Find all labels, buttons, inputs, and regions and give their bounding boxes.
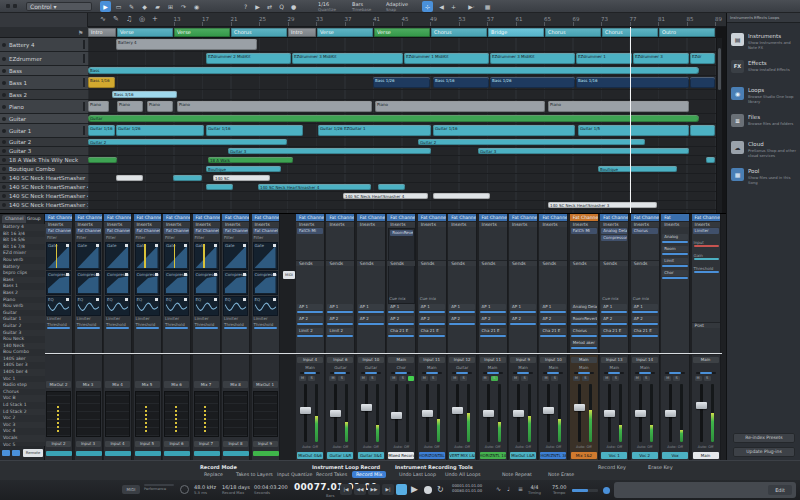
send-level-slider[interactable] bbox=[662, 241, 688, 243]
fat-channel-strip-5[interactable]: Fat ChannelInsertsFat ChannelFilterGateC… bbox=[193, 214, 221, 353]
fat-channel-strip-0[interactable]: Fat ChannelInsertsFat ChannelFilterGateC… bbox=[45, 214, 73, 353]
tool-3-icon[interactable]: ◆ bbox=[139, 1, 150, 12]
channel-list-item[interactable]: Ld Stack 1 bbox=[0, 402, 45, 409]
inserts-label[interactable]: Inserts bbox=[570, 221, 598, 227]
channel-list-item[interactable]: EZd mixer bbox=[0, 250, 45, 257]
channel-mini-slider[interactable]: Input bbox=[694, 240, 719, 251]
mute-button[interactable]: M bbox=[482, 376, 489, 381]
send-slot[interactable]: Cha 21 E bbox=[632, 328, 658, 339]
event-clip[interactable]: EZdr bbox=[690, 53, 715, 64]
fat-channel-header[interactable]: Fat Channel bbox=[222, 214, 249, 221]
mute-button[interactable]: M bbox=[390, 376, 397, 381]
event-clip[interactable]: Bass 1/16 bbox=[88, 77, 115, 88]
module-toggle-icon[interactable] bbox=[243, 244, 246, 247]
send-level-slider[interactable] bbox=[358, 311, 384, 313]
stop-button[interactable] bbox=[396, 484, 407, 495]
track-state-icon[interactable] bbox=[2, 93, 6, 97]
window-dot-icon[interactable] bbox=[13, 4, 17, 8]
channel-list-item[interactable]: Chorus bbox=[0, 389, 45, 396]
event-clip[interactable] bbox=[116, 175, 143, 181]
channel-list-item[interactable]: Bou Combo bbox=[0, 349, 45, 356]
fat-channel-header[interactable]: Fat Channel bbox=[448, 214, 476, 221]
module-toggle-icon[interactable] bbox=[184, 244, 187, 247]
channel-name-tag[interactable]: Vox bbox=[662, 452, 688, 459]
gate-graph[interactable]: Gate bbox=[135, 242, 160, 270]
mute-button[interactable]: M bbox=[299, 376, 306, 381]
send-slot[interactable]: AP 1 bbox=[601, 304, 627, 315]
fat-channel-strip-bottom-5[interactable]: Mix 7Input 7 bbox=[193, 355, 221, 461]
pan-slider[interactable] bbox=[696, 372, 716, 374]
module-toggle-icon[interactable] bbox=[66, 298, 69, 301]
fader-handle[interactable] bbox=[391, 412, 402, 419]
sends-label[interactable]: Sends bbox=[570, 260, 598, 266]
transport-slider[interactable] bbox=[572, 489, 598, 492]
send-level-slider[interactable] bbox=[571, 311, 597, 313]
channel-name-tag[interactable]: HORIZNTL 3&4 bbox=[540, 452, 566, 459]
channel-name-tag[interactable]: Voc 2 bbox=[632, 452, 658, 459]
channel-list-item[interactable]: Bit 16 5/6 bbox=[0, 237, 45, 244]
option-takes-to-layers[interactable]: Takes to Layers bbox=[236, 472, 273, 477]
sends-label[interactable]: Sends bbox=[387, 260, 415, 266]
send-level-slider[interactable] bbox=[449, 323, 475, 325]
gate-graph[interactable]: Gate bbox=[223, 242, 248, 270]
channel-name-tag[interactable]: Guitar 3&4 bbox=[358, 452, 384, 459]
send-slot[interactable]: AP 2 bbox=[419, 316, 445, 327]
option-undo-all-loops[interactable]: Undo All Loops bbox=[445, 472, 481, 477]
threshold-slider[interactable] bbox=[77, 327, 100, 329]
event-clip[interactable]: Guitar 1/5 bbox=[578, 125, 689, 136]
inserts-label[interactable]: Inserts bbox=[193, 221, 220, 227]
send-level-slider[interactable] bbox=[662, 253, 688, 255]
channel-strip-bottom-3[interactable]: MainChorMSAuto: OffMixed Record bbox=[387, 355, 416, 461]
channel-name-tag[interactable]: Main bbox=[693, 452, 719, 459]
send-level-slider[interactable] bbox=[419, 335, 445, 337]
track-lane-5[interactable]: PianoPianoPianoPianoPianoPiano bbox=[88, 100, 716, 114]
control-dropdown[interactable]: Control ▾ bbox=[26, 2, 92, 11]
tool-7-icon[interactable]: ◉ bbox=[191, 1, 202, 12]
mute-button[interactable]: M bbox=[360, 376, 367, 381]
mute-button[interactable]: M bbox=[634, 376, 641, 381]
fat-channel-header[interactable]: Fat Channel bbox=[252, 214, 279, 221]
channel-strip-bottom-9[interactable]: MainMainMSAuto: OffMix 1&2 bbox=[570, 355, 599, 461]
track-state-icon[interactable] bbox=[2, 185, 6, 189]
fader-handle[interactable] bbox=[696, 402, 707, 409]
channel-list-item[interactable]: Voc 5 bbox=[0, 442, 45, 446]
send-slot[interactable]: AP 2 bbox=[327, 316, 353, 327]
pan-slider[interactable] bbox=[452, 372, 472, 374]
send-slot[interactable]: Cha 21 E bbox=[540, 328, 566, 339]
track-lane-10[interactable]: 18 A Walk bbox=[88, 156, 716, 165]
event-clip[interactable]: EZdrummer 3 bbox=[633, 53, 689, 64]
send-slot[interactable]: AP 1 bbox=[540, 304, 566, 315]
tempo-display[interactable]: 75.00 Tempo bbox=[552, 484, 566, 495]
transport-nav-2-icon[interactable]: ▶▶ bbox=[368, 484, 380, 495]
fat-channel-header[interactable]: Fat Channel bbox=[163, 214, 190, 221]
eq-graph[interactable]: EQ bbox=[223, 296, 248, 316]
channel-strip-bottom-11[interactable]: Input 14MainMSAuto: OffVoc 2 bbox=[631, 355, 660, 461]
track-lane-8[interactable]: Guitar 2Guitar 2 bbox=[88, 138, 716, 147]
fat-channel-header[interactable]: Fat Channel bbox=[45, 214, 72, 221]
channel-list-item[interactable]: 140 Neck bbox=[0, 343, 45, 350]
fat-channel-strip-bottom-4[interactable]: Mix 6Input 6 bbox=[163, 355, 191, 461]
send-level-slider[interactable] bbox=[297, 323, 323, 325]
insert-chip[interactable]: Analog Delay bbox=[601, 228, 627, 234]
send-level-slider[interactable] bbox=[419, 311, 445, 313]
channel-name-tag[interactable]: MixOut 4&6 bbox=[297, 452, 323, 459]
transport-extra-0-icon[interactable]: ∿ bbox=[496, 485, 501, 492]
event-clip[interactable]: Guitar 1/26 EZGuitar 1 bbox=[318, 125, 431, 136]
track-header-0[interactable]: Battery 4 bbox=[0, 38, 88, 52]
compressor-graph[interactable]: Compressor bbox=[46, 271, 71, 295]
transport-nav-3-icon[interactable]: ▶| bbox=[382, 484, 394, 495]
event-clip[interactable]: Piano bbox=[88, 101, 109, 112]
sends-label[interactable]: Sends bbox=[479, 260, 507, 266]
track-header-9[interactable]: Guitar 3 bbox=[0, 147, 88, 156]
send-slot[interactable]: AP 2 bbox=[358, 316, 384, 327]
module-toggle-icon[interactable] bbox=[66, 273, 69, 276]
module-toggle-icon[interactable] bbox=[155, 298, 158, 301]
channel-list-item[interactable]: Bass 1 bbox=[0, 283, 45, 290]
track-header-4[interactable]: Bass 2 bbox=[0, 90, 88, 100]
arrangement-scrollbar[interactable] bbox=[717, 38, 722, 213]
insert-chip[interactable]: Fat Channel bbox=[223, 228, 248, 234]
send-slot[interactable]: AP 1 bbox=[297, 304, 323, 315]
track-header-2[interactable]: Bass bbox=[0, 66, 88, 76]
track-state-icon[interactable] bbox=[2, 69, 6, 73]
insert-chip[interactable]: Fat Channel bbox=[76, 228, 101, 234]
